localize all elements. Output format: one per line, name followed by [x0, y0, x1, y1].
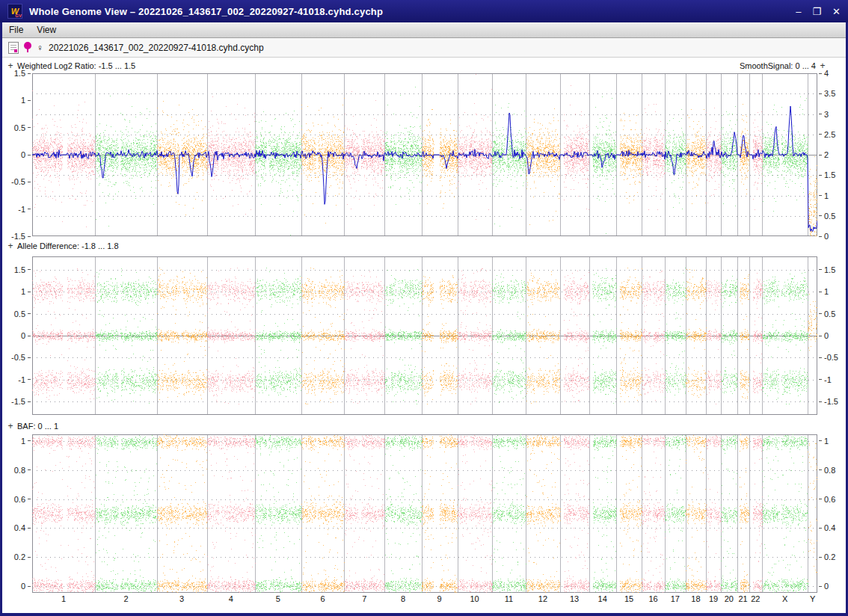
y-tick-right-3.5: 3.5: [819, 89, 835, 98]
tick-mark: [819, 155, 822, 155]
tick-label: 1: [21, 287, 25, 296]
tick-mark: [819, 114, 822, 114]
tick-label: 0.5: [824, 212, 835, 221]
allele-difference-right-axis: 1.510.50-0.5-1-1.5: [819, 256, 846, 415]
tick-mark: [819, 528, 822, 529]
minimize-button[interactable]: –: [796, 7, 801, 16]
tick-mark: [28, 586, 31, 587]
tick-mark: [819, 357, 822, 358]
app-icon: W GV: [7, 4, 22, 19]
y-tick-right-0.6: 0.6: [819, 495, 835, 504]
y-tick-right-0: 0: [819, 582, 829, 591]
tick-label: 0.5: [14, 123, 25, 132]
tick-label: 1: [824, 191, 829, 200]
tick-label: -0.5: [824, 353, 838, 362]
y-tick-right--0.5: -0.5: [819, 353, 838, 362]
tick-label: 0.5: [14, 309, 25, 318]
expand-baf-button[interactable]: +: [5, 421, 16, 431]
tick-mark: [28, 336, 31, 336]
y-tick-left-0.2: 0.2: [14, 552, 31, 561]
chromosome-label-10: 10: [470, 594, 479, 603]
expand-allele-difference-button[interactable]: +: [5, 241, 16, 251]
tick-label: 0: [21, 150, 25, 159]
y-tick-right-0.2: 0.2: [819, 552, 835, 561]
tick-label: 0.6: [14, 495, 25, 504]
chromosome-label-9: 9: [437, 594, 442, 603]
y-tick-right-0.4: 0.4: [819, 523, 835, 532]
chromosome-label-21: 21: [738, 594, 747, 603]
tick-label: 1: [21, 96, 25, 105]
smoothsignal-right-axis: 43.532.521.510.50: [819, 73, 846, 236]
chromosome-label-12: 12: [538, 594, 547, 603]
sample-pin-icon[interactable]: [24, 42, 31, 53]
tick-mark: [28, 469, 31, 470]
tick-label: -1: [18, 375, 25, 384]
tick-label: 0.2: [14, 552, 25, 561]
chromosome-label-5: 5: [276, 594, 280, 603]
sample-file-icon[interactable]: [8, 42, 19, 54]
chromosome-label-X: X: [782, 594, 787, 603]
tick-label: -0.5: [11, 177, 25, 186]
tick-mark: [28, 557, 31, 558]
chromosome-label-13: 13: [570, 594, 579, 603]
y-tick-left-0.6: 0.6: [14, 495, 31, 504]
tick-mark: [28, 401, 31, 402]
allele-difference-track-label: Allele Difference: -1.8 ... 1.8: [17, 241, 119, 250]
menu-item-view[interactable]: View: [30, 23, 63, 37]
baf-plot-canvas[interactable]: [32, 434, 817, 593]
tick-mark: [819, 586, 822, 587]
y-tick-left-0.5: 0.5: [14, 309, 31, 318]
y-tick-left-1.5: 1.5: [14, 265, 31, 274]
window-title: Whole Genome View – 20221026_143617_002_…: [29, 6, 383, 17]
window-controls: – ❐ ✕: [796, 7, 841, 16]
tick-mark: [819, 499, 822, 499]
baf-left-axis: 10.80.60.40.20: [2, 434, 31, 593]
y-tick-right--1: -1: [819, 375, 832, 384]
y-tick-right-1: 1: [819, 287, 829, 296]
y-tick-right-1.5: 1.5: [819, 265, 835, 274]
y-tick-left-0: 0: [21, 331, 31, 340]
tick-mark: [819, 440, 822, 441]
tick-label: 0: [824, 582, 829, 591]
chromosome-label-4: 4: [229, 594, 233, 603]
tick-label: 0.5: [824, 309, 835, 318]
tick-mark: [819, 236, 822, 237]
close-button[interactable]: ✕: [832, 7, 841, 16]
log2-plot-canvas[interactable]: [32, 73, 817, 236]
smoothsignal-label: SmoothSignal: 0 ... 4: [740, 61, 816, 70]
log2-track-header: + Weighted Log2 Ratio: -1.5 ... 1.5 Smoo…: [5, 60, 828, 71]
allele-difference-plot-canvas[interactable]: [32, 256, 817, 415]
tick-mark: [28, 528, 31, 529]
tick-mark: [819, 401, 822, 402]
tick-label: -1.5: [11, 397, 25, 406]
y-tick-right-3: 3: [819, 110, 829, 119]
menu-item-file[interactable]: File: [2, 23, 30, 37]
y-tick-right-1: 1: [819, 437, 829, 446]
y-tick-right-4: 4: [819, 69, 829, 78]
y-tick-left--0.5: -0.5: [11, 177, 31, 186]
log2-plot: 1.510.50-0.5-1-1.5 43.532.521.510.50: [2, 73, 846, 236]
tick-mark: [28, 100, 31, 101]
maximize-button[interactable]: ❐: [812, 7, 821, 16]
tick-label: 1.5: [14, 69, 25, 78]
tick-label: 0.4: [14, 523, 25, 532]
whole-genome-view-window: W GV Whole Genome View – 20221026_143617…: [0, 0, 848, 616]
titlebar[interactable]: W GV Whole Genome View – 20221026_143617…: [0, 0, 848, 22]
tick-label: 1.5: [824, 265, 835, 274]
tick-label: 0.4: [824, 523, 835, 532]
y-tick-left-0.5: 0.5: [14, 123, 31, 132]
baf-right-axis: 10.80.60.40.20: [819, 434, 846, 593]
allele-difference-plot: 1.510.50-0.5-1-1.5 1.510.50-0.5-1-1.5: [2, 256, 846, 415]
tick-label: 0.6: [824, 495, 835, 504]
tick-mark: [819, 215, 822, 216]
menubar: FileView: [2, 22, 846, 38]
tick-label: 1.5: [824, 170, 835, 179]
y-tick-left-0.8: 0.8: [14, 466, 31, 475]
tick-label: 0: [824, 331, 829, 340]
tick-mark: [28, 155, 31, 155]
tick-label: 3.5: [824, 89, 835, 98]
tick-label: 2: [824, 150, 829, 159]
baf-track-header: + BAF: 0 ... 1: [5, 420, 828, 431]
allele-difference-left-axis: 1.510.50-0.5-1-1.5: [2, 256, 31, 415]
tick-mark: [819, 336, 822, 336]
